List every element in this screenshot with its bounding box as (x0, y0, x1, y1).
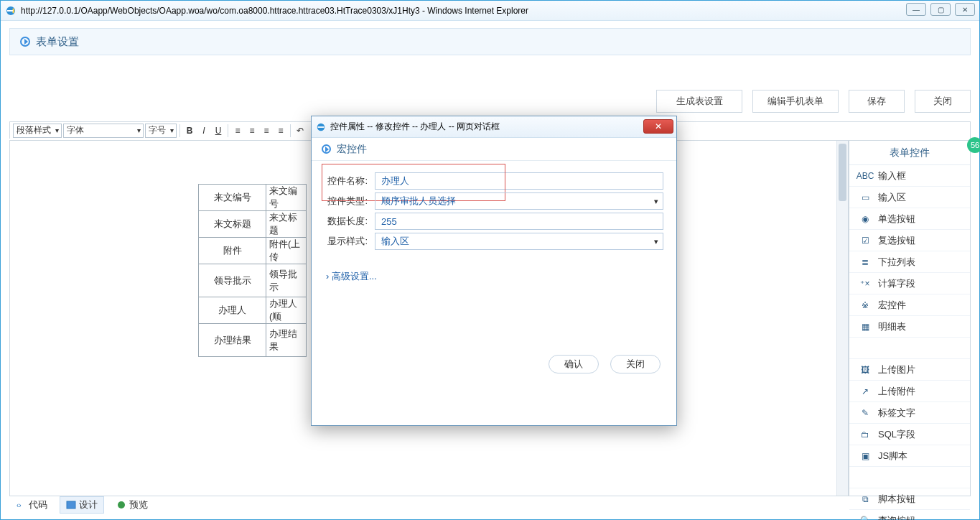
dialog-section-header: 宏控件 (312, 138, 676, 161)
page-header: 表单设置 (9, 28, 971, 55)
generate-settings-button[interactable]: 生成表设置 (656, 90, 742, 113)
controls-panel: 表单控件 ABC输入框 ▭输入区 ◉单选按钮 ☑复选按钮 ≣下拉列表 ⁺×计算字… (849, 140, 971, 496)
minimize-button[interactable]: — (906, 3, 926, 16)
data-length-input[interactable] (375, 213, 663, 230)
app-window: http://127.0.0.1/OAapp/WebObjects/OAapp.… (0, 0, 980, 520)
ctrl-upload-file[interactable]: ↗上传附件 (849, 381, 970, 402)
design-icon (66, 500, 76, 510)
notification-badge[interactable]: 56 (967, 137, 980, 153)
field-name-label: 控件名称: (325, 175, 375, 187)
control-properties-dialog: 控件属性 -- 修改控件 -- 办理人 -- 网页对话框 ✕ 宏控件 控件名称:… (311, 116, 677, 426)
window-controls: — ▢ ✕ (906, 3, 975, 16)
font-size-select[interactable]: 字号 (145, 124, 177, 138)
text-icon: ABC (859, 170, 871, 182)
align-right-button[interactable]: ≡ (260, 124, 273, 137)
row-label: 办理结果 (199, 324, 266, 357)
chevron-circle-icon (20, 37, 30, 47)
row-value[interactable]: 来文编号 (266, 185, 307, 211)
row-label: 领导批示 (199, 264, 266, 297)
row-value[interactable]: 来文标题 (266, 211, 307, 238)
display-style-select[interactable]: 输入区 (375, 233, 663, 250)
row-label: 来文标题 (199, 211, 266, 238)
align-justify-button[interactable]: ≡ (274, 124, 287, 137)
align-left-button[interactable]: ≡ (231, 124, 244, 137)
ctrl-detail[interactable]: ▦明细表 (849, 316, 970, 338)
control-name-input[interactable] (375, 172, 663, 190)
grid-icon: ▦ (859, 321, 871, 333)
tab-code[interactable]: ‹›代码 (9, 496, 54, 514)
row-value[interactable]: 领导批示 (266, 264, 307, 297)
dialog-titlebar[interactable]: 控件属性 -- 修改控件 -- 办理人 -- 网页对话框 ✕ (312, 116, 676, 138)
row-value[interactable]: 附件(上传 (266, 238, 307, 264)
vertical-scrollbar[interactable] (836, 141, 848, 496)
svg-point-3 (118, 501, 125, 509)
preview-icon (116, 500, 126, 510)
ctrl-dropdown[interactable]: ≣下拉列表 (849, 251, 970, 273)
dialog-ok-button[interactable]: 确认 (549, 355, 599, 373)
underline-button[interactable]: U (212, 124, 225, 137)
ctrl-js[interactable]: ▣JS脚本 (849, 445, 970, 467)
row-value[interactable]: 办理人(顺 (266, 297, 307, 324)
dialog-close-button[interactable]: ✕ (643, 119, 673, 134)
row-value[interactable]: 办理结果 (266, 324, 307, 357)
ctrl-radio[interactable]: ◉单选按钮 (849, 208, 970, 230)
copy-icon: ⧉ (859, 493, 871, 505)
form-table: 来文编号来文编号 来文标题来文标题 附件附件(上传 领导批示领导批示 办理人办理… (198, 184, 307, 357)
tab-preview[interactable]: 预览 (110, 496, 154, 514)
undo-button[interactable]: ↶ (294, 124, 307, 137)
ctrl-script-btn[interactable]: ⧉脚本按钮 (849, 488, 970, 510)
control-type-select[interactable]: 顺序审批人员选择 (375, 192, 663, 210)
folder-icon: 🗀 (859, 429, 871, 440)
ie-icon (316, 122, 326, 132)
rect-icon: ▭ (859, 192, 871, 203)
pencil-icon: ✎ (859, 407, 871, 419)
browser-url: http://127.0.0.1/OAapp/WebObjects/OAapp.… (21, 6, 975, 16)
browser-titlebar: http://127.0.0.1/OAapp/WebObjects/OAapp.… (1, 1, 979, 21)
field-type-label: 控件类型: (325, 195, 375, 208)
checkbox-icon: ☑ (859, 235, 871, 246)
calc-icon: ⁺× (859, 278, 871, 289)
dialog-body: 控件名称: 控件类型: 顺序审批人员选择 数据长度: 显示样式: 输入区 › 高… (312, 161, 676, 283)
top-action-bar: 生成表设置 编辑手机表单 保存 关闭 (656, 90, 971, 113)
dialog-title: 控件属性 -- 修改控件 -- 办理人 -- 网页对话框 (330, 121, 500, 133)
row-label: 附件 (199, 238, 266, 264)
align-center-button[interactable]: ≡ (246, 124, 258, 137)
tab-design[interactable]: 设计 (60, 496, 104, 514)
close-button[interactable]: 关闭 (915, 90, 971, 113)
ie-icon (5, 5, 17, 17)
page-title: 表单设置 (36, 35, 79, 49)
ctrl-label[interactable]: ✎标签文字 (849, 402, 970, 424)
row-label: 来文编号 (199, 185, 266, 211)
ctrl-calc[interactable]: ⁺×计算字段 (849, 273, 970, 294)
ctrl-upload-img[interactable]: 🖼上传图片 (849, 359, 970, 381)
editor-mode-tabs: ‹›代码 设计 预览 (9, 496, 154, 514)
ctrl-query-btn[interactable]: 🔍查询按钮 (849, 510, 970, 520)
panel-title: 表单控件 (849, 141, 970, 165)
upload-icon: ↗ (859, 386, 871, 397)
edit-mobile-form-button[interactable]: 编辑手机表单 (752, 90, 839, 113)
paragraph-style-select[interactable]: 段落样式 (13, 124, 62, 138)
ctrl-textarea[interactable]: ▭输入区 (849, 187, 970, 208)
search-icon: 🔍 (859, 515, 871, 521)
macro-icon: ※ (859, 300, 871, 311)
maximize-button[interactable]: ▢ (930, 3, 951, 16)
save-button[interactable]: 保存 (849, 90, 905, 113)
advanced-settings-link[interactable]: › 高级设置... (326, 270, 663, 283)
italic-button[interactable]: I (197, 124, 210, 137)
dialog-section-title: 宏控件 (337, 143, 367, 156)
field-length-label: 数据长度: (325, 215, 375, 228)
font-family-select[interactable]: 字体 (63, 124, 144, 138)
window-close-button[interactable]: ✕ (955, 3, 975, 16)
dialog-button-bar: 确认 关闭 (549, 355, 661, 373)
image-icon: 🖼 (859, 364, 871, 376)
ctrl-checkbox[interactable]: ☑复选按钮 (849, 230, 970, 251)
bold-button[interactable]: B (183, 124, 196, 137)
chevron-circle-icon (322, 144, 331, 154)
ctrl-input[interactable]: ABC输入框 (849, 165, 970, 187)
list-icon: ≣ (859, 256, 871, 268)
svg-rect-2 (67, 501, 75, 509)
dialog-cancel-button[interactable]: 关闭 (610, 355, 661, 373)
script-icon: ▣ (859, 450, 871, 462)
ctrl-macro[interactable]: ※宏控件 (849, 294, 970, 316)
ctrl-sql[interactable]: 🗀SQL字段 (849, 424, 970, 445)
